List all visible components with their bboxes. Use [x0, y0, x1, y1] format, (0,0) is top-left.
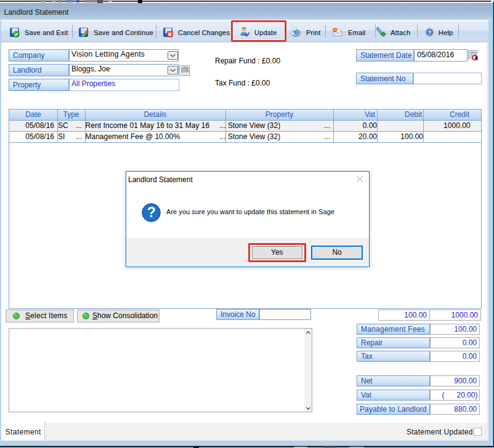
svg-text:?: ?	[428, 30, 432, 36]
svg-text:?: ?	[147, 204, 156, 220]
